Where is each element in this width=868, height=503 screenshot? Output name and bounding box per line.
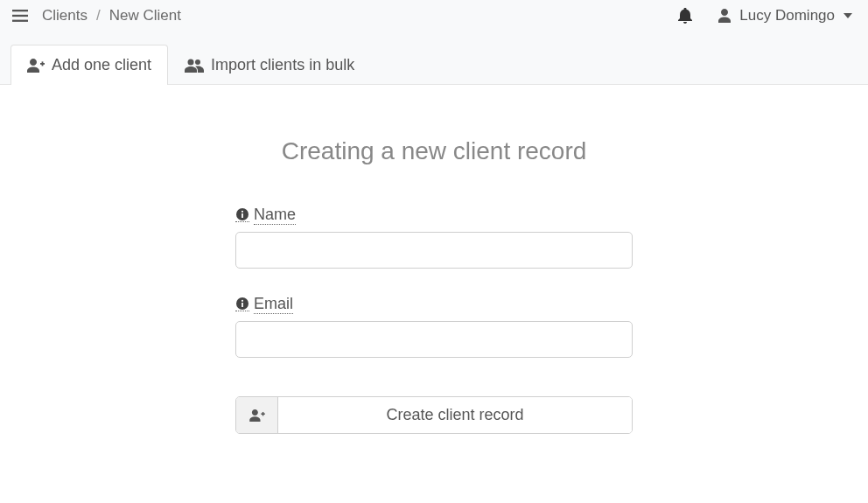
tabs: Add one client Import clients in bulk	[0, 44, 868, 85]
svg-rect-14	[262, 411, 263, 415]
svg-rect-4	[42, 61, 44, 66]
email-label-text: Email	[254, 295, 293, 314]
submit-row: Create client record	[235, 396, 633, 434]
caret-down-icon	[844, 13, 852, 18]
svg-rect-0	[12, 10, 28, 11]
svg-rect-8	[242, 213, 243, 218]
svg-point-5	[188, 59, 194, 65]
page-title: Creating a new client record	[0, 137, 868, 165]
user-plus-icon	[27, 59, 45, 73]
user-menu[interactable]: Lucy Domingo	[718, 7, 852, 24]
user-name-label: Lucy Domingo	[739, 7, 835, 24]
topbar-right: Lucy Domingo	[678, 7, 852, 24]
email-label: Email	[235, 295, 633, 314]
topbar-left: Clients / New Client	[9, 7, 181, 24]
user-icon	[718, 9, 731, 23]
svg-rect-1	[12, 15, 28, 17]
svg-rect-2	[12, 20, 28, 22]
name-field-group: Name	[235, 206, 633, 269]
create-client-button[interactable]: Create client record	[278, 397, 632, 433]
breadcrumb: Clients / New Client	[42, 7, 181, 24]
svg-point-12	[242, 300, 243, 302]
breadcrumb-separator: /	[96, 7, 101, 24]
content-area: Creating a new client record Name Email	[0, 85, 868, 503]
tab-label: Add one client	[52, 56, 151, 74]
svg-point-6	[195, 59, 200, 65]
menu-icon[interactable]	[9, 8, 32, 24]
breadcrumb-parent[interactable]: Clients	[42, 7, 88, 24]
name-label: Name	[235, 206, 633, 225]
name-label-text: Name	[254, 206, 296, 225]
tab-add-one-client[interactable]: Add one client	[10, 45, 168, 85]
svg-point-9	[242, 211, 243, 213]
create-client-form: Name Email Create client record	[235, 206, 633, 434]
info-icon[interactable]	[235, 297, 249, 311]
svg-rect-11	[242, 303, 243, 307]
users-icon	[185, 59, 204, 73]
breadcrumb-current: New Client	[109, 7, 181, 24]
name-input[interactable]	[235, 232, 633, 269]
user-plus-icon	[236, 397, 278, 433]
tab-label: Import clients in bulk	[211, 56, 354, 74]
email-field-group: Email	[235, 295, 633, 358]
info-icon[interactable]	[235, 208, 249, 222]
notifications-icon[interactable]	[678, 8, 692, 24]
tab-import-bulk[interactable]: Import clients in bulk	[168, 45, 371, 85]
submit-group: Create client record	[235, 396, 633, 434]
topbar: Clients / New Client Lucy Domingo	[0, 0, 868, 31]
email-input[interactable]	[235, 321, 633, 358]
